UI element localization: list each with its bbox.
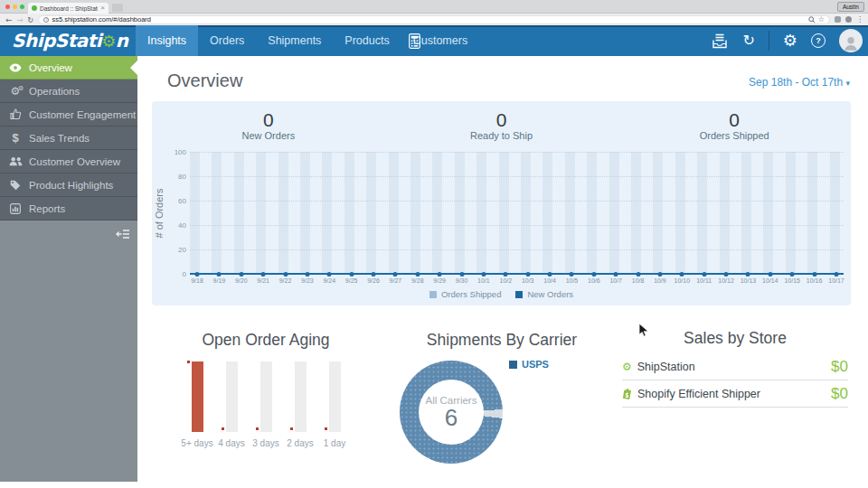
stat-label: Ready to Ship	[385, 130, 618, 141]
aging-bars: 5+ days4 days3 days2 days1 day	[152, 361, 380, 448]
sidebar-item-operations[interactable]: ⚙⚙Operations	[0, 80, 137, 103]
nav-products[interactable]: Products	[333, 25, 401, 56]
x-axis-label: 9/19	[213, 277, 226, 284]
help-icon[interactable]: ?	[811, 33, 826, 48]
shipstation-logo[interactable]: ShipStati⚙n	[12, 30, 128, 52]
window-minimize-button[interactable]	[13, 5, 17, 9]
bar-marker	[290, 427, 293, 430]
legend-label: Orders Shipped	[441, 289, 502, 299]
nav-insights[interactable]: Insights	[136, 25, 198, 56]
gridline	[190, 176, 844, 177]
shopify-store-icon	[622, 388, 632, 399]
window-close-button[interactable]	[5, 5, 10, 9]
overview-panel: 0New Orders0Ready to Ship0Orders Shipped…	[152, 101, 851, 305]
sidebar-item-reports[interactable]: Reports	[0, 197, 137, 221]
legend-swatch	[509, 361, 517, 369]
nav-shipments[interactable]: Shipments	[256, 25, 333, 56]
url-field[interactable]: i ss5.shipstation.com/#/dashboard ☆	[38, 15, 830, 24]
x-axis-label: 9/25	[345, 277, 358, 284]
x-axis-label: 9/29	[433, 277, 446, 284]
x-axis-label: 9/24	[323, 277, 335, 284]
x-axis-label: 10/14	[762, 277, 778, 284]
new-tab-button[interactable]	[112, 4, 123, 12]
window-zoom-button[interactable]	[20, 5, 24, 9]
shipstation-store-icon: ⚙	[622, 361, 632, 373]
extension-icon[interactable]	[835, 16, 841, 23]
data-point-dot	[283, 272, 288, 277]
x-axis-label: 10/9	[654, 277, 666, 284]
menu-kebab-icon[interactable]: ⋮	[856, 15, 863, 23]
x-axis-label: 10/5	[566, 277, 579, 284]
store-name-label: ShipStation	[637, 361, 695, 373]
nav-orders[interactable]: Orders	[198, 25, 256, 56]
stat-value: 0	[618, 109, 851, 130]
data-point-dot	[195, 272, 200, 277]
zoom-icon[interactable]	[808, 16, 816, 23]
data-point-dot	[415, 272, 420, 277]
sidebar-item-customer-overview[interactable]: Customer Overview	[0, 150, 137, 174]
stat-label: Orders Shipped	[618, 130, 851, 141]
data-point-dot	[591, 272, 596, 277]
bar-marker	[325, 427, 327, 430]
data-point-dot	[724, 272, 729, 277]
bar[interactable]	[260, 361, 272, 432]
calculator-icon[interactable]	[398, 25, 431, 56]
legend-item-new-orders: New Orders	[515, 289, 573, 299]
bar[interactable]	[295, 361, 307, 432]
y-axis-tick: 100	[163, 148, 186, 156]
legend-label: New Orders	[527, 289, 573, 299]
store-sales-value: $0	[831, 358, 848, 376]
extension-icon[interactable]	[845, 16, 852, 23]
user-avatar[interactable]	[839, 29, 863, 52]
bar-label: 2 days	[287, 438, 313, 448]
bar[interactable]	[329, 361, 341, 432]
tab-close-icon[interactable]: ×	[100, 5, 105, 12]
logo-gear-icon: ⚙	[101, 32, 116, 51]
data-point-dot	[481, 272, 486, 277]
page-title: Overview	[167, 70, 242, 91]
sidebar-item-product-highlights[interactable]: Product Highlights	[0, 174, 137, 197]
shipments-by-carrier-section: Shipments By Carrier USPS All Carriers 6	[389, 331, 615, 480]
info-icon[interactable]: i	[43, 17, 49, 23]
date-range-selector[interactable]: Sep 18th - Oct 17th ▾	[749, 76, 850, 89]
chevron-down-icon: ▾	[845, 79, 850, 88]
sidebar-item-label: Overview	[29, 62, 72, 73]
star-icon[interactable]: ☆	[818, 16, 825, 23]
reload-icon[interactable]: ↻	[27, 15, 33, 24]
bar[interactable]	[192, 361, 203, 432]
carrier-legend[interactable]: USPS	[509, 359, 549, 370]
data-point-dot	[790, 272, 795, 277]
store-row-shipstation[interactable]: ⚙ShipStation$0	[622, 353, 848, 380]
legend-swatch	[429, 291, 437, 298]
x-axis-label: 10/1	[477, 277, 490, 284]
sync-icon[interactable]: ↻	[742, 33, 754, 48]
browser-tab[interactable]: Dashboard :: ShipStation ×	[28, 3, 108, 14]
gridline	[190, 201, 844, 202]
print-queue-icon[interactable]	[711, 33, 729, 49]
data-point-dot	[812, 272, 816, 277]
aging-bar-5-days: 5+ days	[180, 361, 214, 448]
browser-toolbar: ← → ↻ i ss5.shipstation.com/#/dashboard …	[0, 14, 868, 25]
stat-orders-shipped: 0Orders Shipped	[618, 109, 851, 141]
carrier-donut-chart[interactable]: All Carriers 6	[400, 361, 503, 464]
data-point-dot	[239, 272, 243, 277]
x-axis-label: 10/15	[784, 277, 800, 284]
forward-icon[interactable]: →	[16, 15, 23, 24]
sidebar-item-overview[interactable]: Overview	[0, 56, 137, 80]
bar[interactable]	[226, 361, 238, 432]
browser-tab-strip: Dashboard :: ShipStation × Austin	[0, 0, 868, 14]
collapse-sidebar-icon[interactable]	[116, 227, 130, 243]
data-point-dot	[438, 272, 442, 277]
settings-gear-icon[interactable]: ⚙	[783, 33, 797, 48]
x-axis-label: 9/21	[257, 277, 269, 284]
back-icon[interactable]: ←	[5, 15, 12, 24]
sidebar-item-customer-engagement[interactable]: Customer Engagement	[0, 103, 137, 127]
store-row-shopify-efficient-shipper[interactable]: Shopify Efficient Shipper$0	[622, 380, 848, 408]
tab-favicon	[32, 5, 37, 11]
sidebar-item-sales-trends[interactable]: $Sales Trends	[0, 127, 137, 150]
chart-track: 9/189/199/209/219/229/239/249/259/269/27…	[197, 152, 836, 274]
stat-label: New Orders	[152, 130, 385, 141]
browser-profile-button[interactable]: Austin	[837, 2, 864, 12]
y-axis-tick: 80	[163, 173, 186, 181]
aging-bar-1-day: 1 day	[317, 361, 352, 448]
